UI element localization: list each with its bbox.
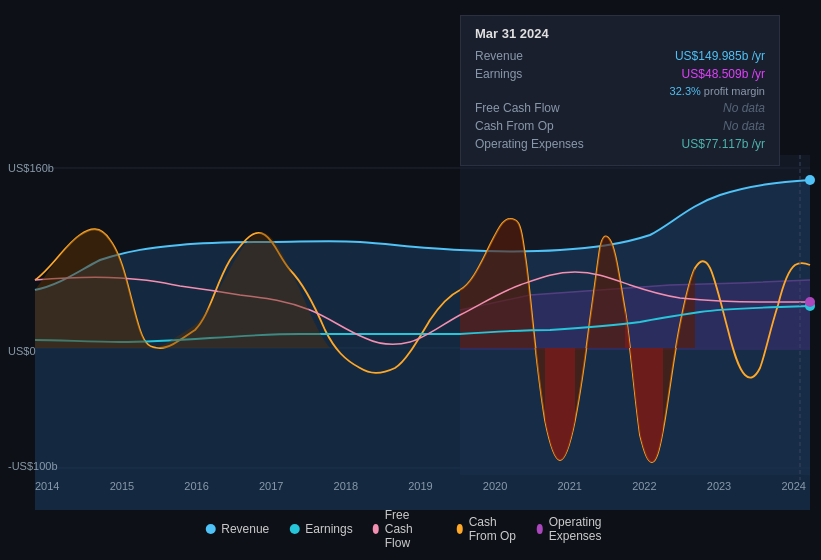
x-label-2018: 2018 [334, 480, 358, 492]
legend-fcf[interactable]: Free Cash Flow [373, 508, 437, 550]
legend-cashop-dot [457, 524, 463, 534]
x-label-2015: 2015 [110, 480, 134, 492]
legend-opex-dot [537, 524, 543, 534]
tooltip-earnings-label: Earnings [475, 67, 595, 81]
legend-revenue-dot [205, 524, 215, 534]
x-label-2020: 2020 [483, 480, 507, 492]
legend-revenue[interactable]: Revenue [205, 522, 269, 536]
legend-earnings[interactable]: Earnings [289, 522, 352, 536]
tooltip-earnings-row: Earnings US$48.509b /yr [475, 67, 765, 81]
x-label-2019: 2019 [408, 480, 432, 492]
chart-legend: Revenue Earnings Free Cash Flow Cash Fro… [205, 508, 616, 550]
tooltip-panel: Mar 31 2024 Revenue US$149.985b /yr Earn… [460, 15, 780, 166]
legend-fcf-dot [373, 524, 379, 534]
tooltip-revenue-value: US$149.985b /yr [675, 49, 765, 63]
tooltip-earnings-value: US$48.509b /yr [682, 67, 765, 81]
tooltip-cashop-label: Cash From Op [475, 119, 595, 133]
x-label-2022: 2022 [632, 480, 656, 492]
legend-opex-label: Operating Expenses [549, 515, 616, 543]
legend-earnings-label: Earnings [305, 522, 352, 536]
svg-point-7 [805, 297, 815, 307]
legend-earnings-dot [289, 524, 299, 534]
tooltip-cashop-row: Cash From Op No data [475, 119, 765, 133]
tooltip-revenue-row: Revenue US$149.985b /yr [475, 49, 765, 63]
x-axis: 2014 2015 2016 2017 2018 2019 2020 2021 … [35, 480, 806, 492]
y-axis-mid: US$0 [8, 345, 36, 357]
tooltip-revenue-label: Revenue [475, 49, 595, 63]
legend-fcf-label: Free Cash Flow [385, 508, 437, 550]
svg-point-5 [805, 175, 815, 185]
legend-opex[interactable]: Operating Expenses [537, 515, 616, 543]
tooltip-cashop-value: No data [723, 119, 765, 133]
tooltip-margin-row: 32.3% profit margin [475, 85, 765, 97]
tooltip-opex-label: Operating Expenses [475, 137, 595, 151]
tooltip-opex-value: US$77.117b /yr [682, 137, 765, 151]
y-axis-bot: -US$100b [8, 460, 58, 472]
y-axis-top: US$160b [8, 162, 54, 174]
legend-cashop[interactable]: Cash From Op [457, 515, 517, 543]
tooltip-fcf-value: No data [723, 101, 765, 115]
x-label-2023: 2023 [707, 480, 731, 492]
tooltip-fcf-row: Free Cash Flow No data [475, 101, 765, 115]
legend-cashop-label: Cash From Op [469, 515, 517, 543]
x-label-2024: 2024 [781, 480, 805, 492]
x-label-2017: 2017 [259, 480, 283, 492]
x-label-2021: 2021 [557, 480, 581, 492]
tooltip-margin-value: 32.3% profit margin [670, 85, 765, 97]
x-label-2014: 2014 [35, 480, 59, 492]
tooltip-date: Mar 31 2024 [475, 26, 765, 41]
tooltip-opex-row: Operating Expenses US$77.117b /yr [475, 137, 765, 151]
x-label-2016: 2016 [184, 480, 208, 492]
legend-revenue-label: Revenue [221, 522, 269, 536]
tooltip-fcf-label: Free Cash Flow [475, 101, 595, 115]
